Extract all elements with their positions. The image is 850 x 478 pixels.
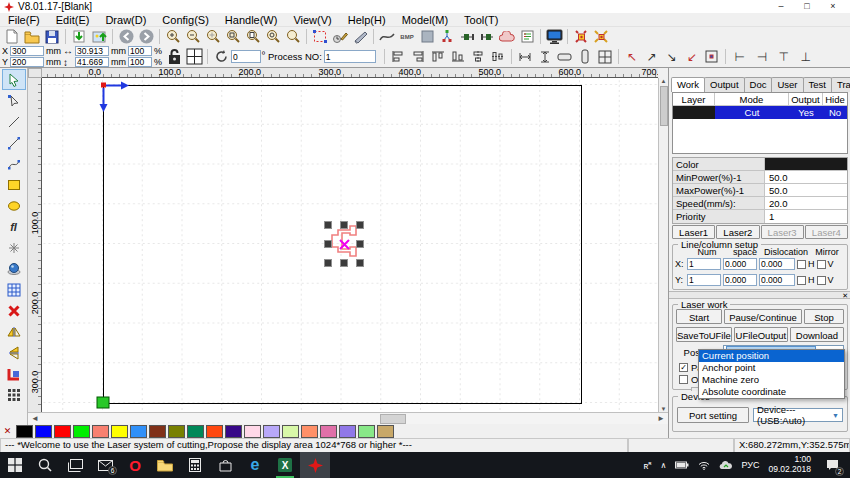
zoom-page-icon[interactable] xyxy=(243,28,263,45)
start-button[interactable] xyxy=(0,452,30,478)
horizontal-scrollbar[interactable]: ◄ ► xyxy=(28,412,668,424)
scale-x-input[interactable] xyxy=(128,46,152,56)
tab-user[interactable]: User xyxy=(771,77,803,92)
menu-draw[interactable]: Draw(D) xyxy=(97,14,154,26)
color-swatch[interactable] xyxy=(301,425,318,438)
color-swatch[interactable] xyxy=(187,425,204,438)
menu-help[interactable]: Help(H) xyxy=(340,14,394,26)
y-position-input[interactable] xyxy=(10,57,44,67)
panel-close-icon[interactable]: ✕ xyxy=(842,292,848,300)
align-center-v-icon[interactable] xyxy=(488,48,508,65)
align-top-icon[interactable] xyxy=(428,48,448,65)
zoom-out-icon[interactable] xyxy=(183,28,203,45)
align-right-icon[interactable] xyxy=(408,48,428,65)
mail-icon[interactable]: 6 xyxy=(90,452,120,478)
weld-vertical-icon[interactable] xyxy=(477,28,497,45)
open-folder-icon[interactable] xyxy=(22,28,42,45)
zoom-all-icon[interactable] xyxy=(263,28,283,45)
color-swatch[interactable] xyxy=(358,425,375,438)
wifi-icon[interactable] xyxy=(698,461,710,470)
file-explorer-icon[interactable] xyxy=(150,452,180,478)
color-swatch[interactable] xyxy=(111,425,128,438)
cut-preview-icon[interactable] xyxy=(350,28,370,45)
show-path-icon[interactable] xyxy=(310,28,330,45)
align-center-h-icon[interactable] xyxy=(468,48,488,65)
scroll-left-icon[interactable]: ◄ xyxy=(28,414,42,423)
rdworks-icon[interactable] xyxy=(300,452,330,478)
scroll-up-icon[interactable]: ▲ xyxy=(661,78,667,84)
move-left-edge-icon[interactable]: ⊢ xyxy=(729,51,751,63)
curve-smooth-icon[interactable] xyxy=(377,28,397,45)
array-tool[interactable] xyxy=(2,384,26,405)
layer-color-swatch[interactable] xyxy=(673,106,715,119)
anchor-center-icon[interactable] xyxy=(702,48,722,65)
scale-y-input[interactable] xyxy=(128,57,152,67)
pause-continue-button[interactable]: Pause/Continue xyxy=(724,309,802,324)
layer-mode[interactable]: Cut xyxy=(715,106,789,119)
bmp-tool-icon[interactable]: BMP xyxy=(397,28,417,45)
same-size-v-icon[interactable] xyxy=(575,48,595,65)
maximize-button[interactable]: □ xyxy=(794,0,820,13)
anchor-top-left-icon[interactable]: ↖ xyxy=(622,51,642,63)
bezier-tool[interactable] xyxy=(2,153,26,174)
doc-list-icon[interactable] xyxy=(517,28,537,45)
tab-output[interactable]: Output xyxy=(704,77,745,92)
tray-expand-icon[interactable]: ∧ xyxy=(661,461,667,470)
process-input[interactable] xyxy=(324,50,376,63)
x-space-input[interactable] xyxy=(723,258,757,270)
capture-tool[interactable] xyxy=(2,258,26,279)
vscroll-thumb[interactable] xyxy=(660,86,668,126)
search-icon[interactable] xyxy=(30,452,60,478)
same-height-icon[interactable] xyxy=(535,48,555,65)
color-swatch[interactable] xyxy=(339,425,356,438)
width-input[interactable] xyxy=(75,46,109,56)
new-file-icon[interactable] xyxy=(2,28,22,45)
notification-center-icon[interactable]: 2 xyxy=(820,452,844,478)
move-top-edge-icon[interactable]: ⊤ xyxy=(773,51,795,63)
x-position-input[interactable] xyxy=(10,46,44,56)
delete-tool[interactable] xyxy=(2,300,26,321)
rotate-input[interactable] xyxy=(231,50,261,63)
prop-minpower-value[interactable]: 50.0 xyxy=(765,171,847,183)
port-setting-button[interactable]: Port setting xyxy=(677,407,749,423)
y-mirror-v-checkbox[interactable] xyxy=(817,276,826,285)
x-dislocation-input[interactable] xyxy=(759,258,795,270)
lock-ratio-icon[interactable] xyxy=(164,48,184,65)
y-dislocation-input[interactable] xyxy=(759,274,795,286)
color-swatch[interactable] xyxy=(320,425,337,438)
task-view-icon[interactable] xyxy=(60,452,90,478)
preview-monitor-icon[interactable] xyxy=(544,28,564,45)
rotate-icon[interactable] xyxy=(211,48,231,65)
import-icon[interactable] xyxy=(69,28,89,45)
align-left-icon[interactable] xyxy=(388,48,408,65)
color-swatch[interactable] xyxy=(206,425,223,438)
clock[interactable]: 1:00 09.02.2018 xyxy=(768,455,811,475)
color-swatch[interactable] xyxy=(244,425,261,438)
prop-speed-value[interactable]: 20.0 xyxy=(765,197,847,209)
excel-icon[interactable]: X xyxy=(270,452,300,478)
anchor-top-right-icon[interactable]: ↗ xyxy=(642,51,662,63)
tab-test[interactable]: Test xyxy=(803,77,832,92)
zoom-in-icon[interactable] xyxy=(163,28,183,45)
laser1-button[interactable]: Laser1 xyxy=(672,225,715,239)
export-icon[interactable] xyxy=(89,28,109,45)
color-swatch[interactable] xyxy=(282,425,299,438)
people-icon[interactable]: ʀʀ xyxy=(643,460,651,471)
height-input[interactable] xyxy=(75,57,109,67)
battery-icon[interactable] xyxy=(675,461,689,469)
scroll-right-icon[interactable]: ► xyxy=(654,414,668,423)
y-mirror-h-checkbox[interactable] xyxy=(797,276,806,285)
option-absolute-coordinate[interactable]: Absolute coordinate xyxy=(699,386,844,398)
menu-model[interactable]: Model(M) xyxy=(394,14,456,26)
menu-edit[interactable]: Edit(E) xyxy=(48,14,98,26)
layer-row[interactable]: Cut Yes No xyxy=(673,106,847,119)
zoom-frame-icon[interactable] xyxy=(283,28,303,45)
same-size-all-icon[interactable] xyxy=(595,48,615,65)
laser-frame-icon[interactable] xyxy=(591,28,611,45)
grid-tool[interactable] xyxy=(2,279,26,300)
rectangle-tool[interactable] xyxy=(2,174,26,195)
hscroll-thumb[interactable] xyxy=(380,414,406,424)
simulate-icon[interactable] xyxy=(330,28,350,45)
tab-transform[interactable]: Transform xyxy=(831,77,850,92)
prop-maxpower-value[interactable]: 50.0 xyxy=(765,184,847,196)
